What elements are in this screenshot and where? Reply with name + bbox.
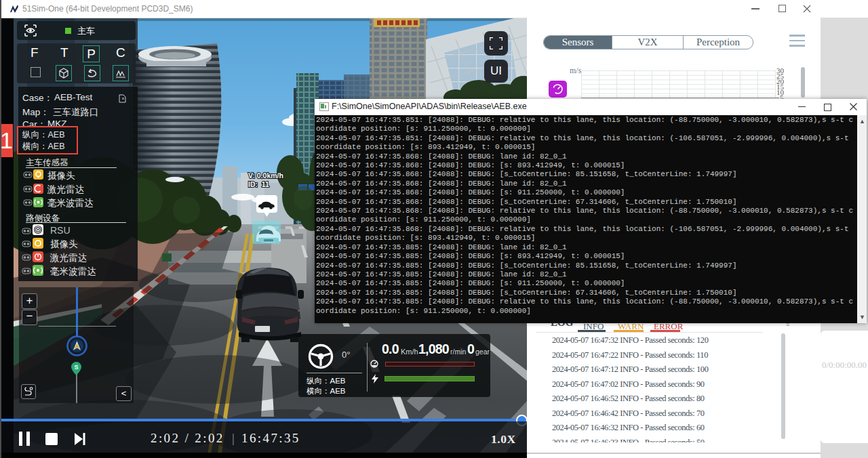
svg-text:V: 0.0km/h: V: 0.0km/h xyxy=(248,171,283,180)
svg-text:S: S xyxy=(74,364,78,371)
svg-text:ID: 11: ID: 11 xyxy=(248,180,269,188)
